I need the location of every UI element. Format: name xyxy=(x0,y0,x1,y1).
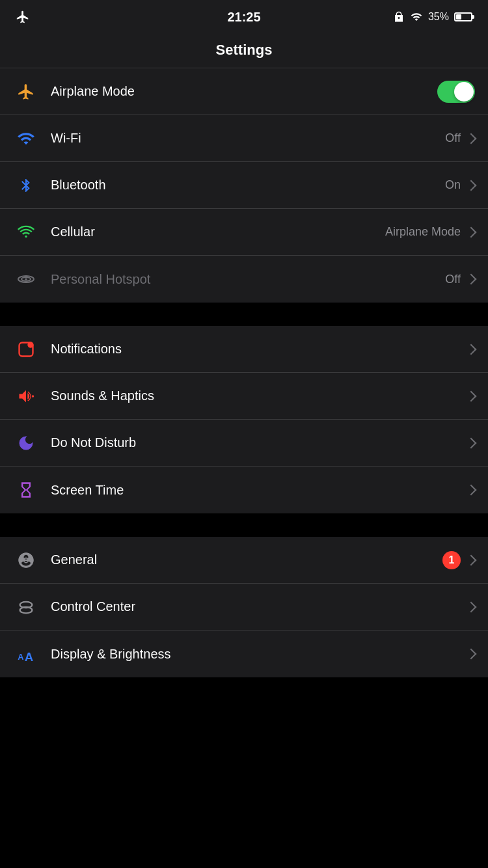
sounds-chevron xyxy=(466,390,477,401)
svg-point-6 xyxy=(32,395,34,398)
airplane-mode-row[interactable]: Airplane Mode xyxy=(0,68,488,115)
controlcenter-row[interactable]: Control Center xyxy=(0,584,488,631)
wifi-chevron xyxy=(466,133,477,144)
hotspot-icon-wrapper xyxy=(13,266,39,292)
screentime-icon-wrapper xyxy=(13,477,39,503)
sounds-icon xyxy=(17,387,35,405)
hotspot-label: Personal Hotspot xyxy=(51,272,445,287)
wifi-icon xyxy=(17,129,35,148)
controlcenter-icon-wrapper xyxy=(13,594,39,620)
display-chevron xyxy=(466,649,477,660)
status-airplane-icon xyxy=(16,10,30,24)
general-badge: 1 xyxy=(442,551,461,569)
dnd-row[interactable]: Do Not Disturb xyxy=(0,420,488,467)
wifi-label: Wi-Fi xyxy=(51,131,445,146)
notifications-icon-wrapper xyxy=(13,336,39,362)
display-icon-wrapper: A A xyxy=(13,641,39,667)
bluetooth-icon-wrapper xyxy=(13,172,39,198)
display-label: Display & Brightness xyxy=(51,647,467,662)
general-label: General xyxy=(51,552,442,567)
general-icon xyxy=(17,551,35,569)
hotspot-row[interactable]: Personal Hotspot Off xyxy=(0,256,488,303)
page-title: Settings xyxy=(216,42,273,58)
dnd-label: Do Not Disturb xyxy=(51,435,467,450)
cellular-label: Cellular xyxy=(51,224,385,239)
display-icon: A A xyxy=(17,645,35,663)
cellular-icon-wrapper xyxy=(13,219,39,245)
hotspot-icon xyxy=(16,270,36,288)
sounds-label: Sounds & Haptics xyxy=(51,388,467,403)
svg-text:A: A xyxy=(18,652,23,662)
screentime-chevron xyxy=(466,485,477,496)
battery-icon xyxy=(454,12,472,21)
notifications-icon xyxy=(17,340,35,359)
wifi-icon-wrapper xyxy=(13,126,39,152)
sounds-row[interactable]: Sounds & Haptics xyxy=(0,373,488,420)
dnd-chevron xyxy=(466,437,477,448)
notifications-label: Notifications xyxy=(51,342,467,357)
bluetooth-value: On xyxy=(445,178,461,192)
bluetooth-label: Bluetooth xyxy=(51,178,445,193)
system-group: General 1 Control Center A A Display & B… xyxy=(0,537,488,677)
notifications-row[interactable]: Notifications xyxy=(0,326,488,373)
notifications-chevron xyxy=(466,344,477,355)
lock-icon xyxy=(393,11,405,23)
controlcenter-chevron xyxy=(466,601,477,612)
sounds-icon-wrapper xyxy=(13,383,39,409)
notifications-group: Notifications Sounds & Haptics Do Not Di… xyxy=(0,326,488,513)
general-row[interactable]: General 1 xyxy=(0,537,488,584)
controlcenter-icon xyxy=(17,598,35,616)
bluetooth-chevron xyxy=(466,180,477,191)
battery-percent: 35% xyxy=(428,11,449,23)
cellular-value: Airplane Mode xyxy=(385,225,461,239)
svg-text:A: A xyxy=(25,650,33,664)
bluetooth-row[interactable]: Bluetooth On xyxy=(0,162,488,209)
screentime-icon xyxy=(17,481,35,499)
status-bar: 21:25 35% xyxy=(0,0,488,33)
svg-point-5 xyxy=(27,342,33,347)
signal-icon xyxy=(410,11,423,23)
screentime-label: Screen Time xyxy=(51,483,467,498)
hotspot-value: Off xyxy=(445,273,461,286)
controlcenter-label: Control Center xyxy=(51,599,467,614)
airplane-mode-icon-wrapper xyxy=(13,79,39,105)
wifi-value: Off xyxy=(445,131,461,145)
display-row[interactable]: A A Display & Brightness xyxy=(0,631,488,677)
toggle-knob xyxy=(454,82,474,102)
cellular-chevron xyxy=(466,226,477,237)
general-chevron xyxy=(466,554,477,565)
cellular-row[interactable]: Cellular Airplane Mode xyxy=(0,209,488,256)
airplane-mode-icon xyxy=(17,83,35,101)
cellular-icon xyxy=(17,223,35,241)
status-right: 35% xyxy=(393,11,472,23)
airplane-mode-label: Airplane Mode xyxy=(51,84,437,99)
dnd-icon xyxy=(17,434,35,452)
status-time: 21:25 xyxy=(227,10,260,25)
wifi-row[interactable]: Wi-Fi Off xyxy=(0,115,488,162)
connectivity-group: Airplane Mode Wi-Fi Off Bluetooth On xyxy=(0,68,488,303)
svg-point-3 xyxy=(25,278,27,280)
airplane-mode-toggle[interactable] xyxy=(437,81,475,103)
divider-1 xyxy=(0,303,488,326)
dnd-icon-wrapper xyxy=(13,430,39,456)
battery-fill xyxy=(456,14,461,20)
divider-2 xyxy=(0,513,488,537)
nav-header: Settings xyxy=(0,33,488,68)
screentime-row[interactable]: Screen Time xyxy=(0,467,488,513)
svg-point-0 xyxy=(25,235,27,237)
general-icon-wrapper xyxy=(13,547,39,573)
bluetooth-icon xyxy=(18,176,34,195)
hotspot-chevron xyxy=(466,274,477,285)
status-left xyxy=(16,10,30,24)
